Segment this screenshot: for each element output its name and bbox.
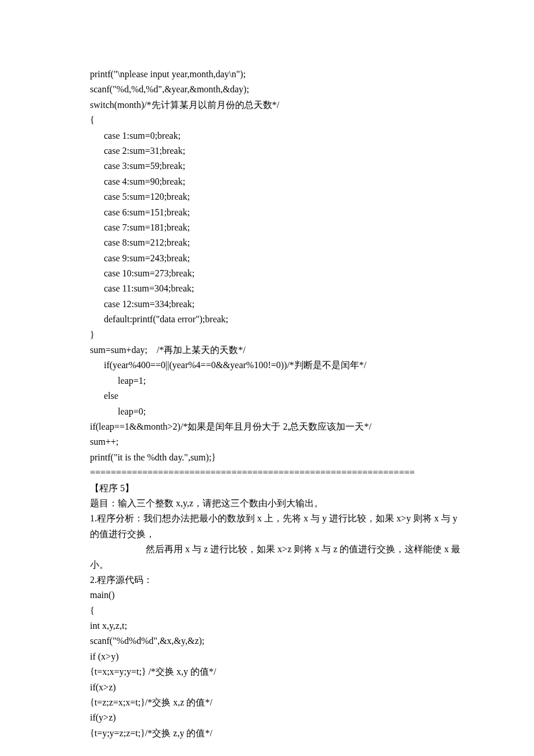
- code-line: }: [90, 327, 444, 343]
- code-line: {t=y;y=z;z=t;}/*交换 z,y 的值*/: [90, 726, 444, 741]
- code-line: case 4:sum=90;break;: [90, 174, 444, 189]
- code-line: case 5:sum=120;break;: [90, 189, 444, 204]
- code-line: case 3:sum=59;break;: [90, 159, 444, 174]
- code-line: scanf("%d%d%d",&x,&y,&z);: [90, 633, 444, 649]
- code-line: int x,y,z,t;: [90, 618, 444, 633]
- source-label: 2.程序源代码：: [90, 573, 444, 588]
- analysis-line: 1.程序分析：我们想办法把最小的数放到 x 上，先将 x 与 y 进行比较，如果…: [90, 511, 444, 526]
- analysis-line: 的值进行交换，: [90, 527, 444, 542]
- code-line: {: [90, 113, 444, 128]
- code-line: case 2:sum=31;break;: [90, 143, 444, 159]
- code-line: {: [90, 603, 444, 618]
- code-line: switch(month)/*先计算某月以前月份的总天数*/: [90, 98, 444, 113]
- code-line: case 12:sum=334;break;: [90, 297, 444, 312]
- code-line: {t=z;z=x;x=t;}/*交换 x,z 的值*/: [90, 695, 444, 710]
- code-line: case 1:sum=0;break;: [90, 128, 444, 143]
- code-line: else: [90, 388, 444, 404]
- code-line: if (x>y): [90, 649, 444, 664]
- code-line: case 7:sum=181;break;: [90, 220, 444, 235]
- code-line: case 8:sum=212;break;: [90, 235, 444, 250]
- code-line: sum++;: [90, 434, 444, 449]
- code-line: scanf("%d,%d,%d",&year,&month,&day);: [90, 82, 444, 97]
- code-line: if(year%400==0||(year%4==0&&year%100!=0)…: [90, 358, 444, 373]
- code-line: sum=sum+day; /*再加上某天的天数*/: [90, 343, 444, 358]
- code-line: if(x>z): [90, 680, 444, 695]
- code-line: printf("it is the %dth day.",sum);}: [90, 450, 444, 465]
- code-line: {t=x;x=y;y=t;} /*交换 x,y 的值*/: [90, 664, 444, 679]
- code-line: printf("\nplease input year,month,day\n"…: [90, 67, 444, 82]
- analysis-line: 小。: [90, 557, 444, 573]
- code-line: leap=1;: [90, 373, 444, 388]
- code-line: leap=0;: [90, 404, 444, 419]
- code-line: case 9:sum=243;break;: [90, 251, 444, 266]
- program-title: 【程序 5】: [90, 481, 444, 496]
- code-line: case 10:sum=273;break;: [90, 266, 444, 281]
- code-line: case 6:sum=151;break;: [90, 205, 444, 220]
- code-line: if(leap==1&&month>2)/*如果是闰年且月份大于 2,总天数应该…: [90, 419, 444, 434]
- code-line: main(): [90, 588, 444, 603]
- document-page: printf("\nplease input year,month,day\n"…: [0, 0, 534, 756]
- code-line: if(y>z): [90, 710, 444, 725]
- separator-line: ========================================…: [90, 465, 444, 480]
- problem-description: 题目：输入三个整数 x,y,z，请把这三个数由小到大输出。: [90, 496, 444, 511]
- code-line: case 11:sum=304;break;: [90, 281, 444, 296]
- analysis-line: 然后再用 x 与 z 进行比较，如果 x>z 则将 x 与 z 的值进行交换，这…: [90, 542, 444, 557]
- code-line: default:printf("data error");break;: [90, 312, 444, 327]
